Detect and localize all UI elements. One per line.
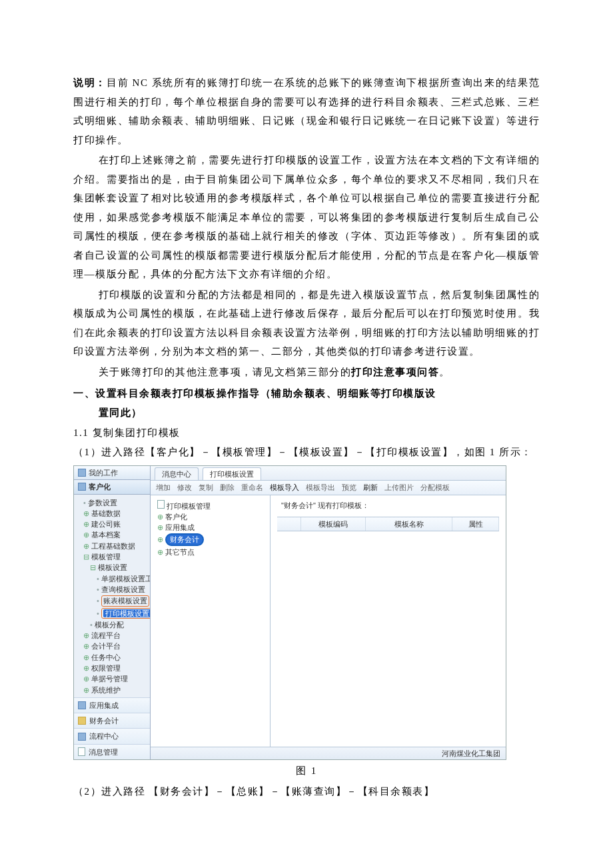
money-icon bbox=[78, 717, 86, 725]
tab-print-template[interactable]: 打印模板设置 bbox=[203, 467, 261, 480]
grid-col-blank bbox=[277, 517, 301, 531]
mid-tree: 打印模板管理 客户化 应用集成 财务会计 其它节点 bbox=[151, 495, 271, 747]
grid-col-name[interactable]: 模板名称 bbox=[366, 517, 452, 531]
fin-label: 财务会计 bbox=[89, 716, 119, 725]
paragraph-2: 在打印上述账簿之前，需要先进行打印模版的设置工作，设置方法在本文档的下文有详细的… bbox=[73, 151, 540, 284]
toolbar-refresh[interactable]: 刷新 bbox=[363, 483, 378, 492]
flow-icon bbox=[78, 733, 86, 741]
toolbar-assign[interactable]: 分配模板 bbox=[420, 483, 450, 492]
sidebar: 我的工作 客户化 参数设置 基础数据 建公司账 基本档案 工程基础数据 模板管理… bbox=[74, 466, 151, 759]
p4-a: 关于账簿打印的其他注意事项，请见文档第三部分的 bbox=[99, 367, 352, 377]
screenshot-figure-1: 我的工作 客户化 参数设置 基础数据 建公司账 基本档案 工程基础数据 模板管理… bbox=[73, 465, 506, 760]
main-panel: 消息中心 打印模板设置 增加 修改 复制 删除 重命名 模板导入 模板导出 预览… bbox=[151, 466, 506, 759]
right-title: "财务会计" 现有打印模板： bbox=[277, 501, 499, 510]
grid-col-attr[interactable]: 属性 bbox=[452, 517, 499, 531]
tree-query-template[interactable]: 查询模板设置 bbox=[77, 584, 147, 595]
sidebar-bottom-flow[interactable]: 流程中心 bbox=[74, 728, 150, 743]
tree-task[interactable]: 任务中心 bbox=[77, 652, 147, 663]
tree-flow[interactable]: 流程平台 bbox=[77, 630, 147, 641]
sidebar-header-kehuhua[interactable]: 客户化 bbox=[74, 480, 150, 494]
tree-print-template-label: 打印模板设置 bbox=[103, 609, 150, 617]
section-1-title-line2: 置同此） bbox=[99, 403, 540, 423]
p4-b: 打印注意事项问答 bbox=[351, 367, 439, 377]
tree-basicfile[interactable]: 基本档案 bbox=[77, 529, 147, 540]
mywork-icon bbox=[78, 469, 86, 477]
intro-label: 说明： bbox=[73, 77, 107, 88]
kehuhua-label: 客户化 bbox=[89, 482, 111, 491]
mid-fin-label: 财务会计 bbox=[165, 533, 204, 545]
flow-label: 流程中心 bbox=[89, 731, 119, 741]
mid-fin[interactable]: 财务会计 bbox=[155, 533, 266, 546]
msg-icon bbox=[78, 747, 85, 756]
tree-template-set[interactable]: 模板设置 bbox=[77, 562, 147, 573]
section-1-title-line1: 一、设置科目余额表打印模板操作指导（辅助余额表、明细账等打印模版设 bbox=[73, 384, 540, 403]
mid-kehuhua[interactable]: 客户化 bbox=[155, 511, 266, 522]
status-bar: 河南煤业化工集团 bbox=[151, 747, 506, 759]
tree-template-mgmt[interactable]: 模板管理 bbox=[77, 551, 147, 562]
step-1: （1）进入路径【客户化】－【模板管理】－【模板设置】－【打印模板设置】，如图 1… bbox=[73, 443, 540, 462]
intro-text: 目前 NC 系统所有的账簿打印统一在系统的总账下的账簿查询下根据所查询出来的结果… bbox=[73, 77, 540, 145]
tree-billno[interactable]: 单据号管理 bbox=[77, 673, 147, 684]
tree-bill-template[interactable]: 单据模板设置工具 bbox=[77, 573, 147, 584]
tree-report-template-label: 账表模板设置 bbox=[101, 595, 149, 606]
toolbar-rename[interactable]: 重命名 bbox=[241, 483, 263, 492]
toolbar-upload[interactable]: 上传图片 bbox=[384, 483, 414, 492]
kehuhua-icon bbox=[78, 483, 86, 491]
right-pane: "财务会计" 现有打印模板： 模板编码 模板名称 属性 bbox=[271, 495, 506, 747]
intro-paragraph: 说明：目前 NC 系统所有的账簿打印统一在系统的总账下的账簿查询下根据所查询出来… bbox=[73, 73, 540, 149]
grid-col-code[interactable]: 模板编码 bbox=[301, 517, 366, 531]
app-label: 应用集成 bbox=[89, 701, 119, 710]
tree-print-template[interactable]: 打印模板设置 bbox=[77, 607, 147, 619]
sidebar-tree: 参数设置 基础数据 建公司账 基本档案 工程基础数据 模板管理 模板设置 单据模… bbox=[74, 495, 150, 697]
tree-sysmaint[interactable]: 系统维护 bbox=[77, 685, 147, 695]
toolbar-add[interactable]: 增加 bbox=[156, 483, 171, 492]
doc-icon bbox=[157, 500, 165, 509]
paragraph-3: 打印模版的设置和分配的方法都是相同的，都是先进入模版设置节点，然后复制集团属性的… bbox=[73, 285, 540, 361]
mywork-label: 我的工作 bbox=[89, 468, 118, 477]
sidebar-bottom-fin[interactable]: 财务会计 bbox=[74, 713, 150, 728]
tree-param[interactable]: 参数设置 bbox=[77, 497, 147, 508]
tree-auth[interactable]: 权限管理 bbox=[77, 663, 147, 673]
p4-c: 。 bbox=[439, 367, 450, 377]
tree-report-template[interactable]: 账表模板设置 bbox=[77, 595, 147, 607]
sidebar-bottom-msg[interactable]: 消息管理 bbox=[74, 744, 150, 759]
toolbar-preview[interactable]: 预览 bbox=[342, 483, 356, 492]
tree-basedata[interactable]: 基础数据 bbox=[77, 508, 147, 519]
tabs-row: 消息中心 打印模板设置 bbox=[151, 466, 506, 481]
toolbar: 增加 修改 复制 删除 重命名 模板导入 模板导出 预览 刷新 上传图片 分配模… bbox=[151, 481, 506, 495]
msg-label: 消息管理 bbox=[89, 747, 118, 757]
tree-account-plat[interactable]: 会计平台 bbox=[77, 641, 147, 651]
grid-header: 模板编码 模板名称 属性 bbox=[277, 517, 499, 531]
toolbar-edit[interactable]: 修改 bbox=[177, 483, 192, 492]
sidebar-mywork[interactable]: 我的工作 bbox=[74, 466, 150, 480]
toolbar-import[interactable]: 模板导入 bbox=[270, 483, 299, 492]
tab-msg-center[interactable]: 消息中心 bbox=[155, 467, 199, 480]
app-icon bbox=[78, 701, 86, 709]
step-2: （2）进入路径 【财务会计】－【总账】－【账薄查询】－【科目余额表】 bbox=[73, 782, 540, 801]
tree-engdata[interactable]: 工程基础数据 bbox=[77, 541, 147, 551]
figure-1-caption: 图 1 bbox=[73, 761, 540, 781]
mid-app[interactable]: 应用集成 bbox=[155, 522, 266, 533]
tree-print-template-box: 打印模板设置 bbox=[101, 608, 150, 619]
paragraph-4: 关于账簿打印的其他注意事项，请见文档第三部分的打印注意事项问答。 bbox=[73, 363, 540, 382]
toolbar-del[interactable]: 删除 bbox=[220, 483, 235, 492]
tree-company[interactable]: 建公司账 bbox=[77, 519, 147, 529]
tree-template-assign[interactable]: 模板分配 bbox=[77, 619, 147, 630]
toolbar-export[interactable]: 模板导出 bbox=[306, 483, 335, 492]
mid-root-label: 打印模板管理 bbox=[167, 502, 211, 510]
sidebar-bottom-app[interactable]: 应用集成 bbox=[74, 697, 150, 713]
toolbar-copy[interactable]: 复制 bbox=[199, 483, 213, 492]
mid-root[interactable]: 打印模板管理 bbox=[155, 499, 266, 511]
mid-other[interactable]: 其它节点 bbox=[155, 547, 266, 557]
subsection-1-1: 1.1 复制集团打印模板 bbox=[73, 423, 540, 443]
